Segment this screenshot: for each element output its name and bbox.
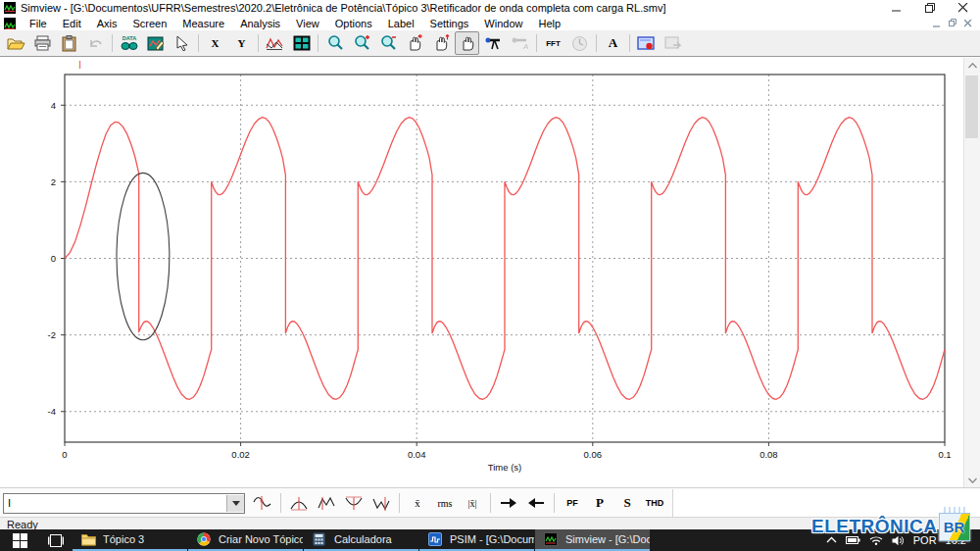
minimize-icon[interactable] <box>880 0 913 16</box>
language-indicator[interactable]: POR <box>913 534 937 546</box>
child-close-icon[interactable] <box>960 18 976 29</box>
local-max-icon[interactable] <box>313 492 340 514</box>
taskbar-button-calculator[interactable]: Calculadora <box>304 529 418 551</box>
wifi-icon[interactable] <box>869 535 883 545</box>
time-domain-icon[interactable] <box>567 31 592 55</box>
menu-view[interactable]: View <box>288 17 327 30</box>
menu-axis[interactable]: Axis <box>89 17 125 30</box>
menu-label[interactable]: Label <box>380 17 422 30</box>
simview-icon <box>544 532 559 547</box>
battery-icon[interactable] <box>846 535 860 545</box>
open-file-icon[interactable] <box>4 31 28 55</box>
taskbar-button-chrome[interactable]: Criar Novo Tópico - El... <box>188 529 303 551</box>
abs-mean-button[interactable]: |x̄| <box>459 492 486 514</box>
y-tick-label: -2 <box>48 329 56 340</box>
psim-icon <box>428 532 443 547</box>
undo-icon[interactable] <box>83 31 108 55</box>
simview-document-icon <box>4 18 16 29</box>
close-icon[interactable] <box>947 0 980 16</box>
curve-cursor-icon[interactable] <box>249 492 276 514</box>
main-toolbar: DATA X Y A FFT A <box>0 30 980 57</box>
menu-options[interactable]: Options <box>327 17 380 30</box>
chrome-icon <box>197 532 212 547</box>
y-axis-button[interactable]: Y <box>229 31 254 55</box>
combo-dropdown-icon[interactable] <box>226 495 244 512</box>
power-factor-button[interactable]: PF <box>559 492 586 514</box>
global-min-icon[interactable] <box>340 492 368 514</box>
taskbar-button-simview[interactable]: Simview - [G:\Docum... <box>535 529 650 551</box>
menu-help[interactable]: Help <box>530 17 568 30</box>
zoom-out-icon[interactable] <box>375 31 400 55</box>
real-power-button[interactable]: P <box>586 492 613 514</box>
plot-area[interactable]: 420-2-400.020.040.060.080.1Time (s)I <box>0 56 980 488</box>
taskbar: Tópico 3Criar Novo Tópico - El...Calcula… <box>0 529 980 551</box>
menu-settings[interactable]: Settings <box>422 17 477 30</box>
measure-label-icon[interactable]: A <box>508 31 532 55</box>
scroll-up-icon[interactable] <box>964 58 980 74</box>
add-curve-icon[interactable] <box>263 31 287 55</box>
thd-button[interactable]: THD <box>641 492 668 514</box>
ellipse-annotation <box>117 173 170 339</box>
scroll-down-icon[interactable] <box>964 473 980 488</box>
prev-point-icon[interactable] <box>522 492 550 514</box>
clock[interactable]: 16:2 <box>946 534 966 546</box>
folder-icon <box>81 532 96 547</box>
vertical-scrollbar[interactable] <box>963 58 980 488</box>
restore-icon[interactable] <box>913 0 947 16</box>
apparent-power-button[interactable]: S <box>613 492 641 514</box>
child-restore-icon[interactable] <box>945 18 960 29</box>
rms-button[interactable]: rms <box>431 492 459 514</box>
speaker-icon[interactable] <box>892 535 905 546</box>
x-tick-label: 0.04 <box>408 449 426 460</box>
y-tick-label: 4 <box>51 100 56 111</box>
zoom-icon[interactable] <box>322 31 347 55</box>
zoom-in-icon[interactable] <box>349 31 373 55</box>
taskbar-button-label: Criar Novo Tópico - El... <box>219 533 303 545</box>
pan-xy-icon[interactable] <box>402 31 426 55</box>
taskbar-button-label: PSIM - [G:\Document... <box>450 533 534 545</box>
menu-screen[interactable]: Screen <box>124 17 174 30</box>
task-view-button[interactable] <box>39 529 73 551</box>
edit-curves-icon[interactable] <box>143 31 168 55</box>
tray-chevron-icon[interactable] <box>826 536 837 544</box>
copy-screen-icon[interactable] <box>661 31 685 55</box>
taskbar-button-psim[interactable]: PSIM - [G:\Document... <box>419 529 534 551</box>
menu-edit[interactable]: Edit <box>55 17 89 30</box>
windows-logo-icon <box>13 533 27 548</box>
text-label-button[interactable]: A <box>601 31 625 55</box>
x-tick-label: 0 <box>62 449 67 460</box>
pan-y-icon[interactable] <box>428 31 453 55</box>
pan-icon[interactable] <box>455 31 479 55</box>
paste-icon[interactable] <box>57 31 81 55</box>
waveform-chart[interactable]: 420-2-400.020.040.060.080.1Time (s)I <box>0 57 963 487</box>
print-icon[interactable] <box>30 31 55 55</box>
curve-select[interactable]: I <box>3 493 245 514</box>
start-button[interactable] <box>0 529 39 551</box>
selected-curve: I <box>4 497 226 509</box>
menu-file[interactable]: File <box>22 17 55 30</box>
scrollbar-thumb[interactable] <box>965 75 978 138</box>
y-tick-label: 0 <box>51 253 56 264</box>
local-min-icon[interactable] <box>368 492 395 514</box>
taskbar-button-folder[interactable]: Tópico 3 <box>73 529 187 551</box>
fft-button[interactable]: FFT <box>541 31 565 55</box>
x-tick-label: 0.08 <box>760 449 778 460</box>
x-axis-button[interactable]: X <box>203 31 227 55</box>
select-cursor-icon[interactable] <box>170 31 194 55</box>
multi-screen-icon[interactable] <box>289 31 314 55</box>
taskbar-button-label: Tópico 3 <box>103 533 144 545</box>
measure-icon[interactable] <box>481 31 506 55</box>
global-max-icon[interactable] <box>285 492 313 514</box>
menu-measure[interactable]: Measure <box>174 17 232 30</box>
mean-button[interactable]: x̄ <box>404 492 431 514</box>
next-point-icon[interactable] <box>495 492 522 514</box>
title-bar: Simview - [G:\Documentos\UFRR\Semestres\… <box>0 0 980 16</box>
menu-analysis[interactable]: Analysis <box>232 17 288 30</box>
window-title: Simview - [G:\Documentos\UFRR\Semestres\… <box>21 2 665 14</box>
calculator-icon <box>313 532 327 547</box>
x-tick-label: 0.1 <box>938 449 951 460</box>
view-data-points-icon[interactable]: DATA <box>117 31 141 55</box>
save-screen-icon[interactable] <box>634 31 659 55</box>
child-minimize-icon[interactable] <box>929 18 945 29</box>
menu-window[interactable]: Window <box>476 17 530 30</box>
